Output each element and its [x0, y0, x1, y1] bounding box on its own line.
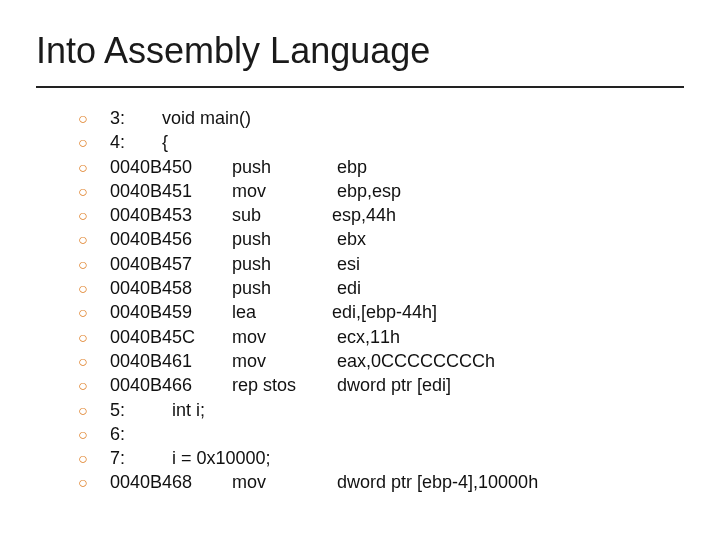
asm-mnemonic: mov: [232, 179, 332, 203]
asm-mnemonic: sub: [232, 203, 332, 227]
asm-operand: dword ptr [ebp-4],10000h: [332, 470, 538, 494]
asm-mnemonic: rep stos: [232, 373, 332, 397]
code-line: ○0040B450push ebp: [78, 155, 684, 179]
code-line: ○0040B466rep stos dword ptr [edi]: [78, 373, 684, 397]
asm-operand: ebp,esp: [332, 179, 401, 203]
circle-bullet-icon: ○: [78, 181, 110, 203]
src-text: {: [162, 130, 168, 154]
asm-operand: esi: [332, 252, 360, 276]
code-line: ○6:: [78, 422, 684, 446]
code-line: ○3:void main(): [78, 106, 684, 130]
circle-bullet-icon: ○: [78, 132, 110, 154]
src-line-number: 6:: [110, 422, 142, 446]
src-text: i = 0x10000;: [172, 446, 271, 470]
asm-mnemonic: push: [232, 276, 332, 300]
circle-bullet-icon: ○: [78, 205, 110, 227]
code-line: ○0040B456push ebx: [78, 227, 684, 251]
circle-bullet-icon: ○: [78, 278, 110, 300]
asm-operand: ebp: [332, 155, 367, 179]
slide-title: Into Assembly Language: [36, 30, 684, 80]
code-line: ○0040B459leaedi,[ebp-44h]: [78, 300, 684, 324]
src-text: void main(): [162, 106, 251, 130]
circle-bullet-icon: ○: [78, 448, 110, 470]
asm-operand: ebx: [332, 227, 366, 251]
code-line: ○0040B461mov eax,0CCCCCCCCh: [78, 349, 684, 373]
asm-mnemonic: mov: [232, 470, 332, 494]
asm-operand: dword ptr [edi]: [332, 373, 451, 397]
code-line: ○7: i = 0x10000;: [78, 446, 684, 470]
content-list: ○3:void main()○4:{○0040B450push ebp○0040…: [36, 106, 684, 495]
src-line-number: 3:: [110, 106, 142, 130]
asm-mnemonic: lea: [232, 300, 332, 324]
code-line: ○0040B45Cmov ecx,11h: [78, 325, 684, 349]
circle-bullet-icon: ○: [78, 424, 110, 446]
circle-bullet-icon: ○: [78, 157, 110, 179]
asm-address: 0040B457: [110, 252, 232, 276]
circle-bullet-icon: ○: [78, 375, 110, 397]
asm-operand: esp,44h: [332, 203, 396, 227]
asm-address: 0040B459: [110, 300, 232, 324]
asm-operand: ecx,11h: [332, 325, 400, 349]
circle-bullet-icon: ○: [78, 400, 110, 422]
circle-bullet-icon: ○: [78, 351, 110, 373]
asm-address: 0040B45C: [110, 325, 232, 349]
circle-bullet-icon: ○: [78, 472, 110, 494]
src-line-number: 5:: [110, 398, 142, 422]
asm-address: 0040B468: [110, 470, 232, 494]
circle-bullet-icon: ○: [78, 108, 110, 130]
asm-address: 0040B456: [110, 227, 232, 251]
asm-operand: edi: [332, 276, 361, 300]
code-line: ○0040B457push esi: [78, 252, 684, 276]
circle-bullet-icon: ○: [78, 254, 110, 276]
asm-address: 0040B458: [110, 276, 232, 300]
asm-address: 0040B451: [110, 179, 232, 203]
circle-bullet-icon: ○: [78, 327, 110, 349]
title-underline: [36, 86, 684, 88]
asm-address: 0040B466: [110, 373, 232, 397]
asm-operand: edi,[ebp-44h]: [332, 300, 437, 324]
code-line: ○0040B451mov ebp,esp: [78, 179, 684, 203]
circle-bullet-icon: ○: [78, 229, 110, 251]
asm-address: 0040B453: [110, 203, 232, 227]
asm-mnemonic: push: [232, 155, 332, 179]
src-text: int i;: [172, 398, 205, 422]
asm-operand: eax,0CCCCCCCCh: [332, 349, 495, 373]
asm-mnemonic: push: [232, 227, 332, 251]
asm-address: 0040B450: [110, 155, 232, 179]
code-line: ○0040B468mov dword ptr [ebp-4],10000h: [78, 470, 684, 494]
asm-mnemonic: mov: [232, 349, 332, 373]
slide: Into Assembly Language ○3:void main()○4:…: [0, 0, 720, 540]
code-line: ○5: int i;: [78, 398, 684, 422]
asm-mnemonic: push: [232, 252, 332, 276]
circle-bullet-icon: ○: [78, 302, 110, 324]
src-line-number: 4:: [110, 130, 142, 154]
asm-address: 0040B461: [110, 349, 232, 373]
src-line-number: 7:: [110, 446, 142, 470]
asm-mnemonic: mov: [232, 325, 332, 349]
code-line: ○0040B453subesp,44h: [78, 203, 684, 227]
code-line: ○4:{: [78, 130, 684, 154]
code-line: ○0040B458push edi: [78, 276, 684, 300]
